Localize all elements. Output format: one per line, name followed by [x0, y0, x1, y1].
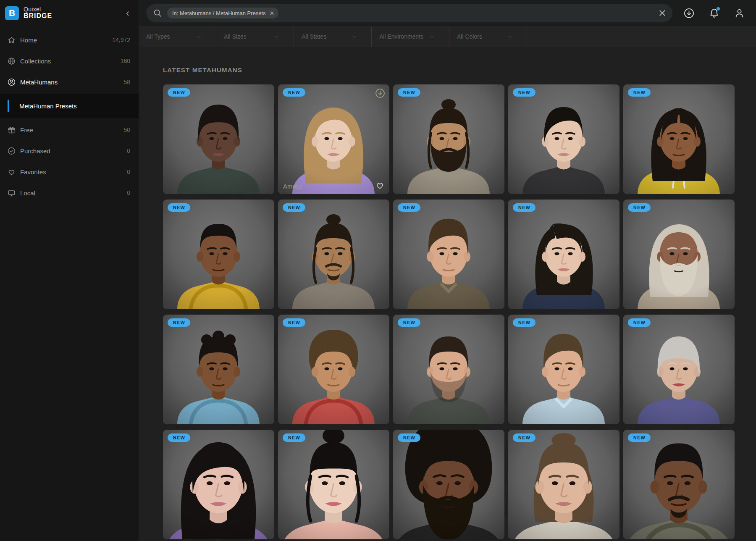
sidebar-item-count: 58 — [123, 79, 130, 85]
filter-label: All States — [302, 33, 326, 40]
metahuman-card-11[interactable]: NEW — [163, 315, 274, 424]
new-badge: NEW — [168, 433, 190, 442]
gift-icon — [7, 126, 16, 134]
favorite-heart-icon[interactable] — [375, 181, 385, 190]
new-badge: NEW — [513, 318, 536, 327]
sidebar-item-local[interactable]: Local0 — [0, 182, 139, 203]
sidebar-item-count: 14,972 — [112, 37, 130, 43]
chevron-down-icon — [196, 34, 202, 40]
chevron-down-icon — [429, 34, 435, 40]
new-badge: NEW — [168, 88, 190, 97]
metahuman-card-amelia[interactable]: NEWAmelia — [278, 84, 389, 194]
filter-label: All Sizes — [224, 33, 247, 40]
quixel-logo-icon: B — [5, 6, 19, 20]
sidebar-item-label: Home — [20, 37, 37, 44]
metahuman-portrait — [278, 430, 389, 539]
quixel-bridge-logo[interactable]: B Quixel BRIDGE — [5, 6, 52, 20]
metahuman-card-4[interactable]: NEW — [508, 84, 620, 194]
sidebar-item-label: Collections — [20, 58, 51, 65]
chevron-down-icon — [273, 34, 280, 40]
new-badge: NEW — [398, 88, 420, 97]
search-bar[interactable]: In: Metahumans / MetaHuman Presets — [146, 4, 672, 22]
sidebar-item-collections[interactable]: Collections160 — [0, 50, 139, 71]
download-button[interactable] — [375, 88, 386, 99]
sidebar-item-favorites[interactable]: Favorites0 — [0, 161, 139, 182]
metahuman-portrait — [163, 84, 274, 194]
sidebar-nav: Home14,972Collections160MetaHumans58Meta… — [0, 29, 139, 203]
metahuman-card-9[interactable]: NEW — [508, 200, 620, 309]
new-badge: NEW — [398, 433, 420, 442]
sidebar-item-count: 0 — [127, 189, 130, 196]
metahuman-card-12[interactable]: NEW — [278, 315, 389, 424]
metahuman-card-5[interactable]: NEW — [623, 84, 735, 194]
heart-icon — [7, 168, 16, 176]
filter-label: All Types — [146, 33, 170, 40]
sidebar-item-label: Free — [20, 126, 33, 134]
content-area: LATEST METAHUMANS NEWNEWAmeliaNEWNEWNEWN… — [139, 47, 756, 541]
metahuman-card-10[interactable]: NEW — [623, 200, 735, 309]
logo-row: B Quixel BRIDGE ‹ — [0, 0, 139, 26]
new-badge: NEW — [168, 318, 190, 327]
chip-remove-icon[interactable] — [270, 11, 274, 16]
metahuman-portrait — [278, 200, 389, 309]
filter-all-states[interactable]: All States — [294, 26, 372, 47]
metahuman-card-19[interactable]: NEW — [508, 430, 620, 539]
new-badge: NEW — [628, 433, 651, 442]
search-clear-icon[interactable] — [658, 9, 667, 17]
sidebar-item-count: 160 — [121, 58, 130, 64]
new-badge: NEW — [398, 318, 420, 327]
downloads-icon[interactable] — [683, 8, 695, 19]
globe-icon — [7, 57, 16, 66]
sidebar-item-metahumans[interactable]: MetaHumans58 — [0, 71, 139, 92]
filter-all-sizes[interactable]: All Sizes — [216, 26, 294, 47]
sidebar-item-free[interactable]: Free50 — [0, 119, 139, 140]
metahuman-card-17[interactable]: NEW — [278, 430, 389, 539]
metahuman-portrait — [278, 84, 389, 194]
metahuman-portrait — [393, 315, 504, 424]
sidebar-collapse-button[interactable]: ‹ — [123, 7, 132, 19]
header-icons — [683, 8, 748, 19]
new-badge: NEW — [398, 203, 420, 212]
metahuman-portrait — [393, 84, 504, 194]
new-badge: NEW — [628, 88, 651, 97]
filter-all-types[interactable]: All Types — [139, 26, 216, 47]
check-circle-icon — [7, 147, 16, 155]
metahuman-portrait — [623, 84, 735, 194]
metahuman-portrait — [163, 315, 274, 424]
metahuman-card-1[interactable]: NEW — [163, 84, 274, 194]
filter-label: All Environments — [379, 33, 423, 40]
metahuman-card-8[interactable]: NEW — [393, 200, 504, 309]
metahuman-portrait — [623, 315, 735, 424]
sidebar-item-metahuman-presets[interactable]: MetaHuman Presets — [0, 94, 139, 118]
metahuman-card-16[interactable]: NEW — [163, 430, 274, 539]
metahuman-portrait — [163, 200, 274, 309]
metahuman-card-13[interactable]: NEW — [393, 315, 504, 424]
sidebar-item-purchased[interactable]: Purchased0 — [0, 140, 139, 161]
search-filter-chip[interactable]: In: Metahumans / MetaHuman Presets — [167, 8, 278, 18]
metahuman-card-3[interactable]: NEW — [393, 84, 504, 194]
sidebar-item-count: 50 — [123, 126, 130, 133]
sidebar-item-home[interactable]: Home14,972 — [0, 29, 139, 50]
sidebar: B Quixel BRIDGE ‹ Home14,972Collections1… — [0, 0, 139, 541]
metahuman-card-14[interactable]: NEW — [508, 315, 620, 424]
metahuman-name: Amelia — [283, 183, 302, 190]
metahuman-card-7[interactable]: NEW — [278, 200, 389, 309]
notifications-bell-icon[interactable] — [709, 8, 720, 19]
sidebar-item-label: Purchased — [20, 147, 50, 155]
filter-all-colors[interactable]: All Colors — [449, 26, 527, 47]
metahuman-portrait — [508, 200, 620, 309]
selected-indicator — [8, 100, 9, 112]
metahuman-card-15[interactable]: NEW — [623, 315, 735, 424]
account-user-icon[interactable] — [734, 8, 745, 19]
new-badge: NEW — [513, 433, 536, 442]
filter-bar: All TypesAll SizesAll StatesAll Environm… — [139, 26, 756, 47]
sidebar-item-label: Favorites — [20, 168, 46, 176]
quixel-bridge-app: B Quixel BRIDGE ‹ Home14,972Collections1… — [0, 0, 756, 541]
main-column: In: Metahumans / MetaHuman Presets — [139, 0, 756, 541]
metahuman-portrait — [508, 430, 620, 539]
metahuman-card-6[interactable]: NEW — [163, 200, 274, 309]
filter-all-environments[interactable]: All Environments — [372, 26, 449, 47]
metahuman-card-18[interactable]: NEW — [393, 430, 504, 539]
metahuman-portrait — [508, 84, 620, 194]
metahuman-card-20[interactable]: NEW — [623, 430, 735, 539]
